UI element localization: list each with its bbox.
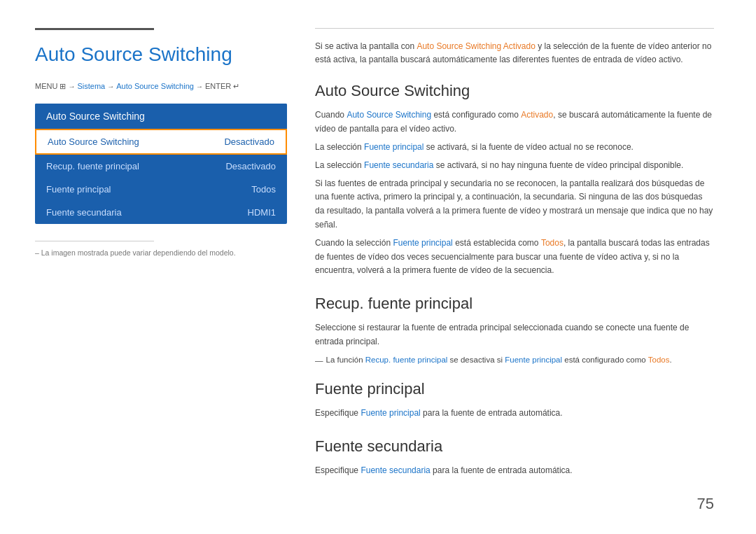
note-recup: ― La función Recup. fuente principal se … — [315, 353, 714, 367]
section-title-recup: Recup. fuente principal — [315, 295, 714, 313]
link-fuente-principal-3: Fuente principal — [505, 356, 562, 364]
menu-header: Auto Source Switching — [35, 104, 287, 129]
link-fuente-principal-4: Fuente principal — [360, 408, 420, 418]
breadcrumb-arrow3: → — [196, 83, 203, 90]
section-title-fuente-secundaria: Fuente secundaria — [315, 437, 714, 456]
link-todos-1: Todos — [541, 238, 564, 248]
menu-item-recup-label: Recup. fuente principal — [46, 161, 139, 171]
menu-item-recup-value: Desactivado — [225, 161, 276, 171]
menu-item-auto-source-label: Auto Source Switching — [48, 136, 139, 147]
menu-item-fuente-principal-value: Todos — [251, 184, 276, 195]
breadcrumb-menu: MENU ⊞ — [35, 82, 66, 91]
menu-item-fuente-principal[interactable]: Fuente principal Todos — [35, 178, 287, 201]
intro-text: Si se activa la pantalla con Auto Source… — [315, 40, 714, 66]
breadcrumb-enter: ENTER ↵ — [205, 82, 239, 91]
breadcrumb-arrow1: → — [68, 83, 75, 90]
link-fuente-secundaria-1: Fuente secundaria — [364, 160, 433, 170]
menu-item-fuente-secundaria-label: Fuente secundaria — [46, 207, 122, 218]
left-column: Auto Source Switching MENU ⊞ → Sistema →… — [35, 28, 287, 506]
section-body-fuente-secundaria: Especifique Fuente secundaria para la fu… — [315, 464, 714, 482]
footnote: – La imagen mostrada puede variar depend… — [35, 248, 287, 257]
menu-item-recup[interactable]: Recup. fuente principal Desactivado — [35, 155, 287, 178]
link-activado-1: Activado — [521, 110, 553, 120]
section-body-auto-source: Cuando Auto Source Switching está config… — [315, 108, 714, 282]
section-body-recup: Seleccione si restaurar la fuente de ent… — [315, 321, 714, 367]
link-fuente-principal-2: Fuente principal — [393, 238, 452, 248]
breadcrumb-auto-source: Auto Source Switching — [116, 82, 194, 90]
page-title: Auto Source Switching — [35, 43, 287, 66]
top-bar-decoration — [35, 28, 154, 30]
menu-item-fuente-secundaria[interactable]: Fuente secundaria HDMI1 — [35, 201, 287, 224]
right-column: Si se activa la pantalla con Auto Source… — [315, 28, 714, 506]
page-container: Auto Source Switching MENU ⊞ → Sistema →… — [0, 0, 756, 534]
menu-item-fuente-secundaria-value: HDMI1 — [248, 207, 276, 218]
section-title-auto-source: Auto Source Switching — [315, 82, 714, 100]
menu-box: Auto Source Switching Auto Source Switch… — [35, 104, 287, 224]
link-recup-fuente: Recup. fuente principal — [365, 356, 448, 364]
link-auto-source-switching: Auto Source Switching — [346, 110, 431, 120]
top-divider — [315, 28, 714, 29]
footnote-divider — [35, 241, 154, 241]
intro-link-auto-source: Auto Source Switching Activado — [416, 41, 535, 51]
menu-item-auto-source-value: Desactivado — [224, 136, 274, 147]
section-body-fuente-principal: Especifique Fuente principal para la fue… — [315, 407, 714, 425]
breadcrumb-sistema: Sistema — [77, 82, 105, 90]
page-number: 75 — [697, 495, 714, 513]
link-todos-2: Todos — [648, 356, 670, 364]
link-fuente-principal-1: Fuente principal — [364, 142, 424, 152]
section-title-fuente-principal: Fuente principal — [315, 380, 714, 398]
menu-item-auto-source[interactable]: Auto Source Switching Desactivado — [35, 129, 287, 155]
breadcrumb-arrow2: → — [107, 83, 114, 90]
breadcrumb: MENU ⊞ → Sistema → Auto Source Switching… — [35, 82, 287, 91]
link-fuente-secundaria-2: Fuente secundaria — [360, 465, 430, 475]
menu-item-fuente-principal-label: Fuente principal — [46, 184, 111, 195]
